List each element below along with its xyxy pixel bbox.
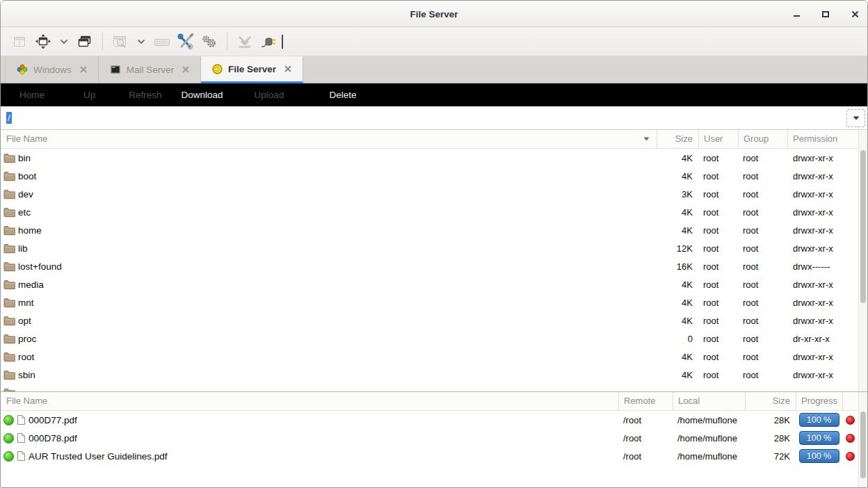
file-row[interactable]: sbin 4K root root drwxr-xr-x — [1, 366, 858, 384]
file-size: 3K — [657, 189, 698, 200]
toolbar: 1 — [1, 27, 867, 56]
tab-bar: Windows Mail Server — [1, 56, 867, 83]
file-permission: drwxr-xr-x — [787, 243, 858, 254]
file-size: 16K — [657, 261, 698, 272]
transfer-row[interactable]: AUR Trusted User Guidelines.pdf /root /h… — [1, 447, 858, 465]
file-permission: dr-xr-xr-x — [787, 334, 858, 344]
file-row[interactable]: mnt 4K root root drwxr-xr-x — [1, 293, 858, 311]
transfer-size: 28K — [745, 433, 796, 444]
tab-windows[interactable]: Windows — [5, 56, 99, 83]
column-header-progress[interactable]: Progress — [796, 392, 842, 410]
file-name: boot — [18, 171, 36, 181]
column-header-file-name[interactable]: File Name — [1, 130, 657, 148]
file-list-scrollbar[interactable] — [858, 130, 867, 391]
maximize-button[interactable] — [820, 8, 831, 19]
file-group: root — [738, 189, 787, 200]
tab-close-icon[interactable] — [80, 66, 87, 73]
file-row[interactable]: boot 4K root root drwxr-xr-x — [1, 167, 858, 185]
transfer-row[interactable]: 000D77.pdf /root /home/muflone 28K 100 % — [1, 411, 858, 429]
tab-label: Windows — [33, 65, 72, 75]
tab-mail-server[interactable]: Mail Server — [99, 56, 201, 83]
transfer-complete-green-icon — [3, 415, 14, 425]
file-list-body: bin 4K root root drwxr-xr-x — [1, 149, 867, 384]
file-permission: drwxr-xr-x — [787, 225, 858, 236]
keyboard-icon[interactable] — [150, 31, 174, 53]
menu-up[interactable]: Up — [83, 90, 95, 100]
file-row-partial[interactable] — [1, 384, 858, 391]
column-header-size[interactable]: Size — [745, 392, 796, 410]
new-window-icon[interactable]: 1 — [8, 31, 31, 53]
toolbar-separator — [227, 33, 227, 51]
file-list-pane: File Name Size User Group Permission — [1, 130, 867, 391]
file-row[interactable]: proc 0 root root dr-xr-xr-x — [1, 330, 858, 348]
file-user: root — [698, 225, 738, 236]
menu-home[interactable]: Home — [19, 90, 45, 100]
file-name: lib — [18, 243, 28, 254]
column-header-group[interactable]: Group — [738, 130, 787, 148]
file-permission: drwxr-xr-x — [787, 153, 858, 163]
windows-copy-icon[interactable] — [73, 31, 97, 53]
chevron-down-icon[interactable] — [55, 31, 73, 53]
file-user: root — [698, 279, 738, 290]
file-user: root — [698, 153, 738, 163]
file-row[interactable]: lost+found 16K root root drwx------ — [1, 257, 858, 275]
folder-icon — [3, 334, 15, 344]
transfer-remote-path: /root — [618, 451, 673, 462]
tools-icon[interactable] — [174, 31, 198, 53]
file-permission: drwxr-xr-x — [787, 279, 858, 290]
file-row[interactable]: home 4K root root drwxr-xr-x — [1, 221, 858, 239]
column-header-file-name[interactable]: File Name — [1, 392, 618, 410]
file-row[interactable]: bin 4K root root drwxr-xr-x — [1, 149, 858, 167]
column-header-size[interactable]: Size — [657, 130, 698, 148]
tab-file-server[interactable]: File Server — [201, 56, 303, 83]
transfer-body: 000D77.pdf /root /home/muflone 28K 100 % — [1, 411, 867, 465]
tab-close-icon[interactable] — [182, 66, 189, 73]
file-user: root — [698, 207, 738, 218]
file-row[interactable]: opt 4K root root drwxr-xr-x — [1, 311, 858, 330]
document-icon — [17, 450, 26, 462]
file-row[interactable]: media 4K root root drwxr-xr-x — [1, 275, 858, 293]
scrollbar-thumb[interactable] — [860, 150, 866, 303]
column-header-permission[interactable]: Permission — [787, 130, 858, 148]
menu-upload[interactable]: Upload — [255, 90, 284, 100]
transfer-local-path: /home/muflone — [673, 433, 745, 444]
path-input[interactable]: / — [1, 106, 867, 129]
file-size: 4K — [657, 352, 698, 362]
file-row[interactable]: lib 12K root root drwxr-xr-x — [1, 239, 858, 257]
window-title: File Server — [1, 1, 867, 27]
column-header-user[interactable]: User — [698, 130, 738, 148]
transfer-file-name: 000D78.pdf — [29, 433, 77, 444]
transfer-scrollbar[interactable] — [858, 392, 867, 487]
stop-status-red-icon — [846, 452, 855, 461]
file-row[interactable]: dev 3K root root drwxr-xr-x — [1, 185, 858, 203]
column-header-local[interactable]: Local — [673, 392, 745, 410]
transfer-complete-green-icon — [3, 433, 14, 444]
fullscreen-icon[interactable] — [31, 31, 55, 53]
menu-refresh[interactable]: Refresh — [129, 90, 161, 100]
file-name: root — [18, 352, 34, 362]
download-icon[interactable] — [233, 31, 257, 53]
transfer-row[interactable]: 000D78.pdf /root /home/muflone 28K 100 % — [1, 429, 858, 447]
chevron-down-icon[interactable] — [132, 31, 150, 53]
minimize-button[interactable] — [791, 8, 802, 19]
menu-delete[interactable]: Delete — [329, 90, 356, 100]
file-size: 4K — [657, 316, 698, 326]
menu-download[interactable]: Download — [182, 90, 223, 100]
file-group: root — [738, 261, 787, 272]
progress-indicator: 100 % — [799, 413, 839, 427]
folder-icon — [3, 370, 15, 380]
file-user: root — [698, 334, 738, 344]
file-row[interactable]: root 4K root root drwxr-xr-x — [1, 348, 858, 366]
folder-icon — [3, 261, 15, 272]
processes-gears-icon[interactable] — [198, 31, 221, 53]
close-button[interactable] — [849, 8, 860, 19]
scrollbar-thumb[interactable] — [860, 412, 866, 478]
tab-close-icon[interactable] — [284, 65, 291, 72]
column-header-remote[interactable]: Remote — [618, 392, 673, 410]
file-row[interactable]: etc 4K root root drwxr-xr-x — [1, 203, 858, 221]
progress-indicator: 100 % — [799, 449, 839, 463]
connect-plug-icon[interactable] — [257, 31, 280, 53]
find-icon[interactable] — [108, 31, 132, 53]
path-dropdown-button[interactable] — [846, 109, 865, 127]
toolbar-separator — [102, 33, 103, 51]
